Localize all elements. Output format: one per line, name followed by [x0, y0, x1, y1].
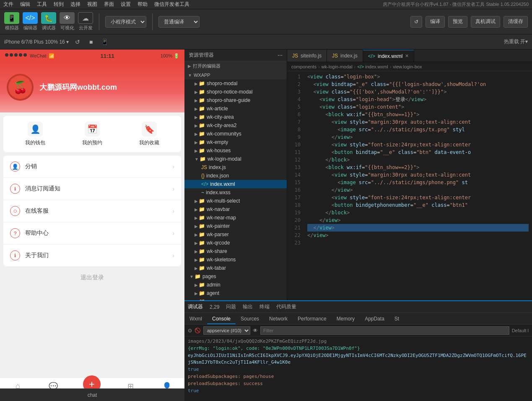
tab-index-js[interactable]: JS index.js — [327, 50, 363, 62]
devtools-tab-appdata[interactable]: AppData — [360, 314, 389, 324]
file-index-json[interactable]: {} index.json — [184, 172, 287, 180]
card-favorites[interactable]: 🔖 我的收藏 — [139, 122, 159, 146]
code-line-8: <image src="../../static/imgs/tx.png" st… — [307, 126, 529, 133]
file-agent[interactable]: ▶ 📁 agent — [184, 289, 287, 297]
menu-item-notification[interactable]: ℹ 消息订阅通知 › — [3, 178, 181, 200]
devtools-tab-st[interactable]: St — [389, 314, 404, 324]
devtools-tab-performance[interactable]: Performance — [293, 314, 332, 324]
file-index-wxml[interactable]: </> index.wxml — [184, 180, 287, 188]
devtools-toolbar-output[interactable]: 输出 — [243, 303, 253, 310]
file-pages[interactable]: ▼ 📁 pages — [184, 272, 287, 281]
file-wk-share[interactable]: ▶ 📁 wk-share — [184, 247, 287, 255]
compile-button[interactable]: 编译 — [426, 16, 445, 28]
card-wallet[interactable]: 👤 我的钱包 — [25, 122, 45, 146]
file-wk-city-area2[interactable]: ▶ 📁 wk-city-area2 — [184, 121, 287, 130]
file-wk-empty[interactable]: ▶ 📁 wk-empty — [184, 138, 287, 146]
file-wk-parser[interactable]: ▶ 📁 wk-parser — [184, 230, 287, 239]
tab-close-button[interactable]: ✕ — [405, 53, 409, 59]
devtools-tab-network[interactable]: Network — [264, 314, 293, 324]
tab-siteinfo-js[interactable]: JS siteinfo.js — [287, 50, 327, 62]
toolbar-divider-2 — [152, 13, 153, 30]
clear-cache-button[interactable]: 清缓存 — [503, 16, 528, 28]
file-wk-city-area[interactable]: ▶ 📁 wk-city-area — [184, 113, 287, 121]
devtools-toolbar-quality[interactable]: 代码质量 — [276, 303, 296, 310]
menu-item-support[interactable]: ○ 在线客服 › — [3, 200, 181, 222]
compile-select[interactable]: 普通编译 自定义编译 — [158, 16, 200, 28]
logout-button[interactable]: 退出登录 — [0, 266, 184, 289]
simulator-button[interactable]: 📱 模拟器 — [4, 12, 19, 31]
devtools-tab-console[interactable]: Console — [207, 314, 236, 324]
phone-icon[interactable]: 📱 — [100, 37, 109, 47]
menu-item-about[interactable]: ℹ 关于我们 › — [3, 245, 181, 266]
menu-layout[interactable]: 界面 — [104, 1, 114, 8]
mode-select[interactable]: 小程序模式 插件模式 — [105, 16, 146, 28]
remote-debug-button[interactable]: 真机调试 — [471, 16, 500, 28]
devtools-toolbar-terminal[interactable]: 终端 — [260, 303, 270, 310]
folder-icon: 📁 — [199, 206, 205, 212]
file-wk-multi-select[interactable]: ▶ 📁 wk-multi-select — [184, 197, 287, 205]
folder-name: shopro-notice-modal — [207, 89, 252, 95]
toolbar-right: ↺ 编译 预览 真机调试 清缓存 — [410, 16, 528, 28]
reload-button[interactable]: ↺ — [73, 37, 82, 47]
hotreload-info[interactable]: 热重载 开▾ — [504, 38, 528, 45]
file-wk-login-modal[interactable]: ▼ 📁 wk-login-modal — [184, 155, 287, 163]
cloud-button[interactable]: ☁ 云开发 — [78, 12, 93, 31]
devtools-tab-memory[interactable]: Memory — [332, 314, 360, 324]
dot-3 — [14, 53, 18, 57]
menu-file[interactable]: 文件 — [3, 1, 13, 8]
file-index-wxss[interactable]: ~ index.wxss — [184, 188, 287, 197]
file-panel-more[interactable]: ⋯ — [278, 52, 283, 58]
visual-button[interactable]: 👁 可视化 — [60, 12, 75, 31]
menu-item-distribution[interactable]: 👤 分销 › — [3, 156, 181, 178]
folder-arrow: ▶ — [195, 132, 198, 136]
context-selector[interactable]: appservice (#10) — [203, 326, 250, 335]
console-filter-input[interactable] — [260, 326, 509, 335]
file-wk-painter[interactable]: ▶ 📁 wk-painter — [184, 222, 287, 230]
sim-info: iPhone 6/7/8 Plus 100% 16 ▾ — [4, 39, 69, 45]
file-shopro-modal[interactable]: ▶ 📁 shopro-modal — [184, 79, 287, 88]
preview-button[interactable]: 预览 — [448, 16, 467, 28]
folder-icon: 📁 — [199, 265, 205, 271]
tab-index-wxml[interactable]: </> index.wxml ✕ — [363, 50, 415, 62]
file-wk-qrcode[interactable]: ▶ 📁 wk-qrcode — [184, 239, 287, 247]
menu-help[interactable]: 帮助 — [138, 1, 148, 8]
file-shopro-notice-modal[interactable]: ▶ 📁 shopro-notice-modal — [184, 88, 287, 96]
menu-item-help[interactable]: ? 帮助中心 › — [3, 222, 181, 245]
line-num-5: 5 — [287, 103, 301, 111]
folder-arrow: ▶ — [195, 140, 198, 145]
menu-goto[interactable]: 转到 — [54, 1, 64, 8]
file-shopro-share-guide[interactable]: ▶ 📁 shopro-share-guide — [184, 96, 287, 104]
menu-tool[interactable]: 工具 — [37, 1, 47, 8]
menu-select[interactable]: 选择 — [70, 1, 80, 8]
devtools-toolbar-issues[interactable]: 问题 — [226, 303, 236, 310]
file-wk-skeletons[interactable]: ▶ 📁 wk-skeletons — [184, 255, 287, 264]
file-index-js[interactable]: JS index.js — [184, 163, 287, 172]
devtools-tab-wxml[interactable]: Wxml — [184, 314, 207, 324]
console-clear-icon[interactable]: 🚫 — [195, 328, 201, 333]
eye-icon[interactable]: 👁 — [253, 328, 258, 333]
file-admin[interactable]: ▶ 📁 admin — [184, 281, 287, 289]
menu-wechat-devtools[interactable]: 微信开发者工具 — [154, 1, 189, 8]
file-wk-article[interactable]: ▶ 📁 wk-article — [184, 104, 287, 113]
file-wk-near-map[interactable]: ▶ 📁 wk-near-map — [184, 214, 287, 222]
wxapp-section[interactable]: ▼ WXAPP — [184, 71, 287, 79]
open-editors-section[interactable]: ▶ 打开的编辑器 — [184, 61, 287, 71]
file-wk-navbar[interactable]: ▶ 📁 wk-navbar — [184, 205, 287, 214]
menu-edit[interactable]: 编辑 — [20, 1, 30, 8]
folder-name: wk-near-map — [207, 215, 236, 221]
devtools-tab-sources[interactable]: Sources — [236, 314, 264, 324]
console-inspect-icon[interactable]: ⊙ — [188, 328, 192, 333]
card-appointment[interactable]: 📅 我的预约 — [82, 122, 102, 146]
menu-view[interactable]: 视图 — [87, 1, 97, 8]
file-wk-tabar[interactable]: ▶ 📁 wk-tabar — [184, 264, 287, 272]
devtools-tabs: Wxml Console Sources Network Performance… — [184, 313, 532, 325]
menu-settings[interactable]: 设置 — [121, 1, 131, 8]
editor-button[interactable]: </> 编辑器 — [23, 12, 38, 31]
file-wk-communitys[interactable]: ▶ 📁 wk-communitys — [184, 130, 287, 138]
line-num-14: 14 — [287, 171, 301, 179]
devtools-toolbar-debugger[interactable]: 调试器 — [188, 303, 203, 310]
debugger-button[interactable]: 🐛 调试器 — [41, 12, 56, 31]
refresh-button[interactable]: ↺ — [410, 16, 422, 28]
stop-button[interactable]: ■ — [86, 37, 96, 47]
file-wk-houses[interactable]: ▶ 📁 wk-houses — [184, 146, 287, 155]
